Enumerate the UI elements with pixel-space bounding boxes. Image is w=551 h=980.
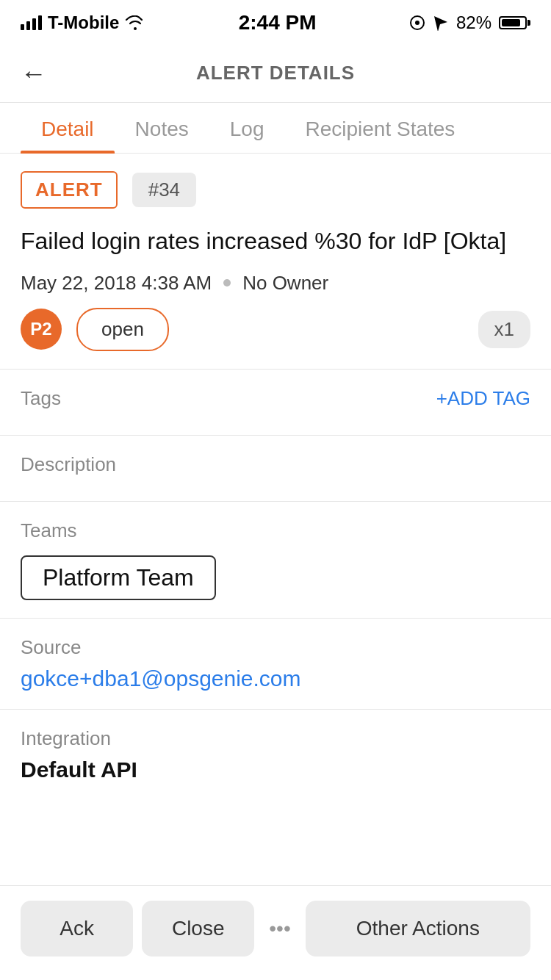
battery-percent: 82%	[456, 12, 491, 33]
status-left: T-Mobile	[21, 12, 145, 33]
integration-section: Integration Default API	[21, 710, 530, 800]
source-label: Source	[21, 636, 530, 659]
tab-bar: Detail Notes Log Recipient States	[0, 103, 551, 154]
svg-point-1	[415, 21, 419, 25]
tab-log[interactable]: Log	[209, 103, 285, 153]
main-content: ALERT #34 Failed login rates increased %…	[0, 154, 551, 896]
tab-recipient-states[interactable]: Recipient States	[284, 103, 475, 153]
teams-label: Teams	[21, 519, 530, 542]
team-tag[interactable]: Platform Team	[21, 555, 216, 600]
teams-section: Teams Platform Team	[21, 502, 530, 618]
add-tag-button[interactable]: +ADD TAG	[436, 387, 530, 410]
action-dots: •••	[263, 917, 296, 940]
action-bar: Ack Close ••• Other Actions	[0, 885, 551, 980]
location-lock-icon	[409, 15, 425, 31]
priority-badge: P2	[21, 309, 62, 350]
battery-icon	[499, 16, 530, 29]
description-label: Description	[21, 453, 530, 476]
source-section: Source gokce+dba1@opsgenie.com	[21, 619, 530, 709]
description-section: Description	[21, 436, 530, 501]
status-bar: T-Mobile 2:44 PM 82%	[0, 0, 551, 44]
nav-bar: ← ALERT DETAILS	[0, 44, 551, 103]
ack-button[interactable]: Ack	[21, 901, 133, 956]
back-button[interactable]: ←	[21, 58, 47, 89]
clock: 2:44 PM	[239, 11, 317, 35]
signal-icon	[21, 15, 42, 30]
tab-notes[interactable]: Notes	[115, 103, 209, 153]
wifi-icon	[125, 15, 145, 30]
alert-owner: No Owner	[242, 272, 328, 295]
status-right: 82%	[409, 12, 530, 33]
tags-section: +ADD TAG Tags	[21, 370, 530, 435]
carrier-label: T-Mobile	[48, 12, 119, 33]
alert-title: Failed login rates increased %30 for IdP…	[21, 220, 530, 272]
status-button[interactable]: open	[76, 308, 169, 351]
count-badge: x1	[478, 311, 530, 348]
tab-detail[interactable]: Detail	[21, 103, 115, 153]
alert-badge: ALERT	[21, 171, 118, 209]
meta-separator	[223, 279, 231, 287]
close-button[interactable]: Close	[142, 901, 254, 956]
alert-date: May 22, 2018 4:38 AM	[21, 272, 212, 295]
location-arrow-icon	[433, 15, 449, 31]
integration-label: Integration	[21, 727, 530, 750]
other-actions-button[interactable]: Other Actions	[306, 901, 530, 956]
alert-actions-row: P2 open x1	[21, 308, 530, 369]
alert-meta: May 22, 2018 4:38 AM No Owner	[21, 272, 530, 308]
alert-number: #34	[132, 173, 196, 207]
alert-header: ALERT #34	[21, 154, 530, 220]
source-value[interactable]: gokce+dba1@opsgenie.com	[21, 666, 530, 691]
integration-value: Default API	[21, 757, 530, 782]
page-title: ALERT DETAILS	[196, 62, 355, 84]
